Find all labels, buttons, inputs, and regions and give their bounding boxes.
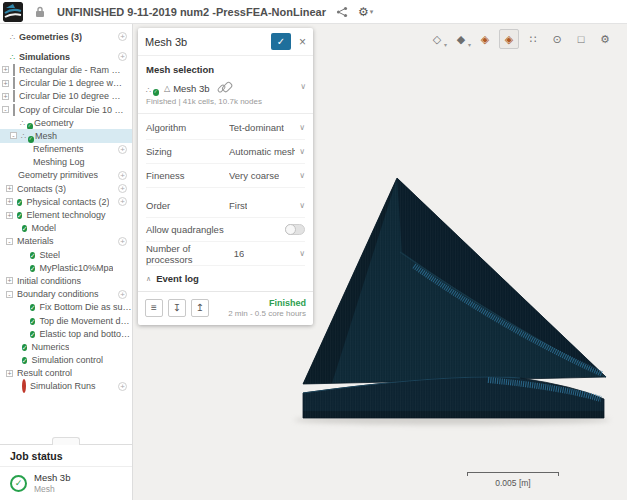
add-button[interactable]: + [118, 52, 127, 61]
viewport-settings-button[interactable]: ⚙ [595, 29, 615, 49]
tree-expander-icon[interactable]: + [2, 66, 9, 73]
tree-item-mesh[interactable]: -∴✓Mesh [0, 129, 132, 142]
number-of-processors-select[interactable]: 16∨ [234, 248, 305, 259]
order-select[interactable]: First∨ [229, 200, 305, 211]
tree-expander-icon[interactable]: + [6, 185, 13, 192]
gear-icon: ⚙ [358, 5, 369, 19]
viewport-3d[interactable]: ◇▾◆▾◈◈∷⊙□⚙ 0.005 [m] ✓ × Mesh selection … [133, 24, 627, 500]
tree-expander-icon[interactable]: - [10, 132, 17, 139]
tree-item-refinements[interactable]: Refinements+ [0, 143, 132, 156]
tree-item-myplastic10-mpa[interactable]: ✓MyPlastic10%Mpa [0, 261, 132, 274]
simulation-icon [13, 65, 15, 75]
box-select-button[interactable]: □ [571, 29, 591, 49]
tree-item-copy-of-circular-die-10-degree[interactable]: -Copy of Circular Die 10 degree ... [0, 103, 132, 116]
add-button[interactable]: + [118, 184, 127, 193]
tree-expander-icon[interactable]: + [2, 93, 9, 100]
mesh-run-detail: 2 min - 0.5 core hours [228, 309, 306, 318]
tree-item-label: Geometry [34, 118, 74, 128]
add-button[interactable]: + [118, 171, 127, 180]
tree-item-elastic-top-and-bottom-of[interactable]: ✓Elastic top and bottom of ... [0, 327, 132, 340]
tree-item-fix-bottom-die-as-support[interactable]: ✓Fix Bottom Die as support [0, 301, 132, 314]
tree-item-materials[interactable]: -Materials+ [0, 235, 132, 248]
mesh-settings-panel: ✓ × Mesh selection ∴ ✓ △ Mesh 3b Finishe… [138, 28, 313, 325]
simscale-logo[interactable] [3, 2, 23, 22]
tree-item-boundary-conditions[interactable]: -Boundary conditions+ [0, 288, 132, 301]
tree-item-initial-conditions[interactable]: +Initial conditions [0, 274, 132, 287]
job-status-item[interactable]: ✓ Mesh 3b Mesh [0, 467, 132, 499]
tree-item-simulations[interactable]: ∴Simulations+ [0, 50, 132, 63]
tree-item-simulation-runs[interactable]: Simulation Runs+ [0, 380, 132, 393]
close-icon[interactable]: × [299, 35, 306, 49]
tree-expander-icon[interactable]: - [6, 291, 13, 298]
apply-button[interactable]: ✓ [271, 33, 291, 50]
field-label: Algorithm [146, 122, 186, 133]
tree-item-steel[interactable]: ✓Steel [0, 248, 132, 261]
tree-item-top-die-movement-dx0-dy[interactable]: ✓Top die Movement dx0 dy... [0, 314, 132, 327]
add-button[interactable]: + [118, 145, 127, 154]
link-icon[interactable] [216, 84, 226, 94]
add-button[interactable]: + [118, 382, 127, 391]
tree-expander-icon[interactable]: + [6, 277, 13, 284]
tree-item-model[interactable]: ✓Model [0, 222, 132, 235]
chevron-down-icon: ∨ [299, 201, 305, 210]
tree-item-geometries-3[interactable]: ∴Geometries (3)+ [0, 30, 132, 43]
field-row-algorithm: AlgorithmTet-dominant∨ [146, 116, 305, 140]
algorithm-select[interactable]: Tet-dominant∨ [229, 122, 305, 133]
panel-title-input[interactable] [145, 36, 271, 48]
tree-item-meshing-log[interactable]: Meshing Log [0, 156, 132, 169]
field-label: Number of processors [146, 243, 234, 265]
mesh-selection-item[interactable]: ∴ ✓ △ Mesh 3b [146, 83, 305, 94]
chevron-down-icon[interactable]: ∨ [300, 82, 306, 91]
sizing-select[interactable]: Automatic mesh sizing∨ [229, 146, 305, 157]
settings-menu-button[interactable]: ⚙ ▾ [358, 5, 373, 19]
mesh-status: Finished [228, 298, 306, 308]
add-button[interactable]: + [118, 197, 127, 206]
scale-bar: 0.005 [m] [467, 472, 559, 488]
tree-expander-icon[interactable]: - [2, 106, 9, 113]
check-icon: ✓ [30, 263, 35, 273]
tree-item-contacts-3[interactable]: +Contacts (3)+ [0, 182, 132, 195]
mesh-quality-button[interactable]: ◈ [475, 29, 495, 49]
job-status-collapse-handle[interactable] [52, 437, 80, 445]
share-icon[interactable] [336, 6, 348, 18]
tree-item-physical-contacts-2[interactable]: +✓Physical contacts (2)+ [0, 195, 132, 208]
check-icon: ✓ [22, 355, 27, 365]
event-list-icon[interactable]: ≡ [145, 299, 163, 317]
event-log-toggle[interactable]: ∧ Event log [138, 266, 313, 291]
node-visibility-button[interactable]: ∷ [523, 29, 543, 49]
tree-expander-icon[interactable]: + [2, 80, 9, 87]
tree-expander-icon[interactable]: + [6, 198, 13, 205]
mesh-display-button[interactable]: ◈ [499, 29, 519, 49]
tree-item-rectangular-die-ram-movemen[interactable]: +Rectangular die - Ram movemen... [0, 63, 132, 76]
add-button[interactable]: + [118, 237, 127, 246]
add-button[interactable]: + [118, 290, 127, 299]
field-row-order: OrderFirst∨ [146, 194, 305, 218]
tree-expander-icon[interactable]: + [6, 212, 13, 219]
tree-item-simulation-control[interactable]: ✓Simulation control [0, 354, 132, 367]
view-orientation-cube-button[interactable]: ◇▾ [427, 29, 447, 49]
tree-item-geometry[interactable]: ∴✓Geometry [0, 116, 132, 129]
add-button[interactable]: + [118, 32, 127, 41]
tree-item-geometry-primitives[interactable]: Geometry primitives+ [0, 169, 132, 182]
tree-item-numerics[interactable]: ✓Numerics [0, 340, 132, 353]
check-icon: ✓ [17, 210, 22, 220]
geometry-nodes-icon: ∴ [10, 32, 15, 42]
check-icon: ✓ [30, 302, 35, 312]
node-visibility-icon: ∷ [530, 33, 537, 46]
job-status-title: Job status [0, 445, 132, 467]
tree-expander-icon[interactable]: - [6, 238, 13, 245]
tree-expander-icon[interactable]: + [6, 370, 13, 377]
tree-item-circular-die-1-degree-wedge-to[interactable]: +Circular Die 1 degree wedge - To... [0, 77, 132, 90]
field-value: Tet-dominant [229, 122, 284, 133]
allow-quadrangles-toggle[interactable] [285, 224, 305, 235]
simulation-icon [13, 105, 15, 115]
tree-item-result-control[interactable]: +Result control [0, 367, 132, 380]
tree-item-label: Elastic top and bottom of ... [39, 329, 132, 339]
download-icon[interactable]: ↧ [168, 299, 186, 317]
tree-item-element-technology[interactable]: +✓Element technology [0, 208, 132, 221]
tree-item-circular-die-10-degree-wedge-t[interactable]: +Circular Die 10 degree wedge - T... [0, 90, 132, 103]
render-mode-button[interactable]: ◆▾ [451, 29, 471, 49]
fineness-select[interactable]: Very coarse∨ [229, 170, 305, 181]
upload-icon[interactable]: ↥ [191, 299, 209, 317]
mesh-history-button[interactable]: ⊙ [547, 29, 567, 49]
